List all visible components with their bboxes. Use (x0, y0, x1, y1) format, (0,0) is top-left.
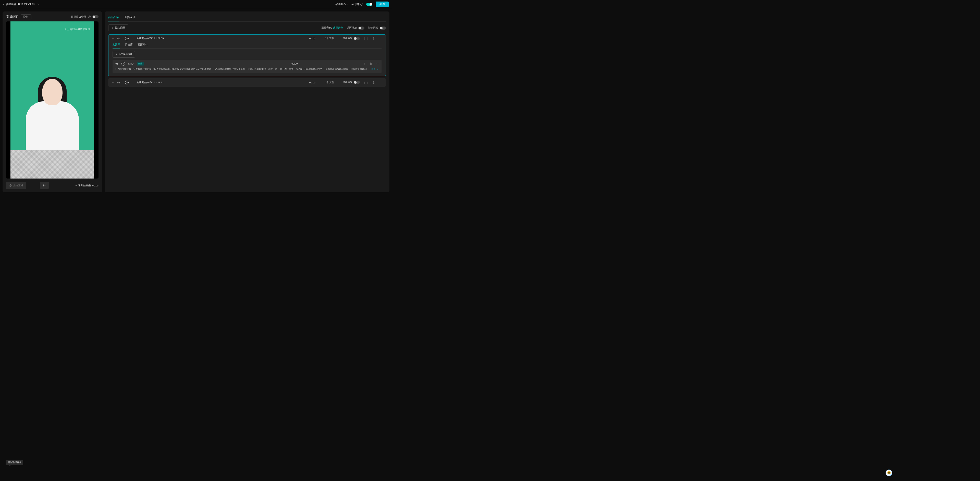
mic-button[interactable]: ▾ (40, 182, 49, 189)
preview-head-right: 直播窗口全屏 ? (71, 15, 98, 19)
header-right: 帮助中心 ↗ AI 水印 ? 保 存 (335, 2, 389, 7)
preview-tablecloth (11, 150, 94, 179)
loop-toggle[interactable] (358, 27, 364, 30)
chevron-down-icon: ▾ (29, 16, 29, 18)
back-icon[interactable]: ‹ (3, 3, 4, 6)
help-circle-icon[interactable]: ? (360, 3, 363, 6)
app-header: ‹ 新建直播 08/11 21:29:08 ✎ 帮助中心 ↗ AI 水印 ? 保… (0, 0, 392, 9)
status-label: 未开始直播 (78, 184, 91, 187)
content-panel: 商品列表 直播互动 ＋ 添加商品 播报音色: 选择音色 循环播放 智能问答 (105, 11, 390, 192)
smart-qa-toggle[interactable] (380, 27, 386, 30)
random-toggle-group: 随机播放 (343, 37, 360, 40)
product-item: ▸ 01 新建商品 08/11 21:27:03 00:00 1个文案 随机播放… (108, 35, 386, 76)
subtab-qa-lib[interactable]: 问答库 (125, 42, 133, 48)
script-card: 01 M3U 商品 00:00 ⋮⋮ 🗑 ⋯ (113, 60, 382, 73)
product-duration: 00:00 (309, 37, 321, 40)
product-item: ▸ 02 新建商品 08/11 21:22:11 00:00 1个文案 随机播放… (108, 78, 386, 86)
play-icon (127, 38, 127, 39)
random-label: 随机播放 (343, 81, 352, 84)
subtab-visual-assets[interactable]: 画面素材 (138, 42, 148, 48)
random-play-toggle[interactable] (354, 81, 360, 84)
preview-head-left: 直播画面 流畅 ▾ (6, 14, 32, 19)
plus-icon: ＋ (115, 52, 118, 56)
product-body: 文案库 问答库 画面素材 ＋ 从文案库添加 01 M3U 商品 00:00 (108, 42, 386, 76)
fullscreen-toggle[interactable] (92, 15, 99, 18)
more-icon[interactable]: ⋯ (379, 81, 382, 84)
watermark-toggle[interactable] (366, 3, 372, 6)
play-button[interactable] (125, 81, 129, 84)
status-dot-icon (76, 185, 77, 186)
random-play-toggle[interactable] (354, 37, 360, 40)
play-icon (123, 63, 124, 65)
tab-live-interaction[interactable]: 直播互动 (124, 14, 135, 21)
play-button[interactable] (125, 37, 129, 40)
watermark-group: AI 水印 ? (352, 3, 363, 6)
preview-title: 直播画面 (6, 15, 18, 19)
preview-footer: 开始直播 ▾ 未开始直播 00:00 (6, 181, 99, 189)
random-toggle-group: 随机播放 (343, 81, 360, 84)
script-duration: 00:00 (291, 62, 298, 65)
edit-title-icon[interactable]: ✎ (37, 3, 39, 6)
chevron-down-icon: ▾ (45, 184, 46, 186)
main-layout: 直播画面 流畅 ▾ 直播窗口全屏 ? 部分内容由AI技术生成 (0, 9, 392, 192)
voice-label: 播报音色: (321, 26, 332, 29)
product-header[interactable]: ▸ 02 新建商品 08/11 21:22:11 00:00 1个文案 随机播放… (108, 79, 386, 86)
preview-head: 直播画面 流畅 ▾ 直播窗口全屏 ? (6, 14, 99, 19)
toolbar-right: 播报音色: 选择音色 循环播放 智能问答 (321, 26, 386, 30)
header-left: ‹ 新建直播 08/11 21:29:08 ✎ (3, 3, 39, 6)
voice-pair: 播报音色: 选择音色 (321, 26, 343, 30)
help-link[interactable]: 帮助中心 ↗ (335, 3, 348, 6)
delete-icon[interactable]: 🗑 (372, 37, 375, 40)
watermark-label: AI 水印 (352, 3, 360, 6)
script-text-row: HiFi随身播放器，只要音质好就足够了吗？对我这样舍不得花钱买安卓备机的iPho… (115, 67, 379, 71)
script-tag: 商品 (137, 62, 144, 65)
drag-handle-icon[interactable]: ⋮⋮ (361, 62, 366, 65)
help-label: 帮助中心 (335, 3, 345, 6)
add-from-script-lib-button[interactable]: ＋ 从文案库添加 (113, 51, 135, 58)
product-name: 新建商品 08/11 21:27:03 (137, 37, 164, 40)
expand-script-link[interactable]: 展开 ⌄ (371, 67, 379, 71)
toolbar: ＋ 添加商品 播报音色: 选择音色 循环播放 智能问答 (108, 24, 386, 31)
fullscreen-label: 直播窗口全屏 (71, 15, 86, 19)
preview-frame: 部分内容由AI技术生成 (6, 21, 99, 179)
save-button[interactable]: 保 存 (375, 2, 389, 7)
subtab-script-lib[interactable]: 文案库 (113, 42, 120, 48)
svg-rect-2 (43, 184, 44, 186)
voice-select[interactable]: 选择音色 (333, 26, 343, 29)
caret-right-icon[interactable]: ▸ (113, 37, 114, 40)
delete-icon[interactable]: 🗑 (372, 81, 375, 84)
add-from-lib-label: 从文案库添加 (119, 53, 132, 56)
help-circle-icon[interactable]: ? (88, 16, 91, 18)
play-button[interactable] (121, 62, 125, 65)
script-index: 01 (115, 62, 118, 65)
tab-product-list[interactable]: 商品列表 (108, 14, 119, 21)
external-link-icon: ↗ (346, 3, 348, 6)
start-label: 开始直播 (13, 184, 23, 187)
start-live-button[interactable]: 开始直播 (6, 182, 26, 189)
plus-icon: ＋ (111, 26, 114, 30)
smart-qa-toggle-group: 智能问答 (368, 26, 386, 30)
play-icon (127, 82, 127, 83)
product-script-count: 1个文案 (325, 81, 339, 84)
more-icon[interactable]: ⋯ (375, 62, 379, 65)
quality-value: 流畅 (23, 15, 27, 18)
preview-canvas: 部分内容由AI技术生成 (11, 21, 94, 179)
drag-handle-icon[interactable]: ⋮⋮ (363, 37, 369, 40)
smart-qa-label: 智能问答 (368, 26, 378, 30)
script-header: 01 M3U 商品 00:00 ⋮⋮ 🗑 ⋯ (115, 62, 379, 65)
add-product-label: 添加商品 (115, 26, 125, 30)
page-title: 新建直播 08/11 21:29:08 (6, 3, 35, 6)
add-product-button[interactable]: ＋ 添加商品 (108, 24, 128, 31)
caret-right-icon[interactable]: ▸ (113, 81, 114, 84)
script-subtabs: 文案库 问答库 画面素材 (113, 42, 382, 49)
virtual-avatar (24, 79, 81, 150)
delete-icon[interactable]: 🗑 (369, 62, 372, 65)
quality-select[interactable]: 流畅 ▾ (21, 14, 32, 19)
product-header[interactable]: ▸ 01 新建商品 08/11 21:27:03 00:00 1个文案 随机播放… (108, 35, 386, 42)
preview-panel: 直播画面 流畅 ▾ 直播窗口全屏 ? 部分内容由AI技术生成 (3, 11, 102, 192)
loop-toggle-group: 循环播放 (347, 26, 364, 30)
product-duration: 00:00 (309, 81, 321, 84)
drag-handle-icon[interactable]: ⋮⋮ (363, 81, 369, 84)
random-label: 随机播放 (343, 37, 352, 40)
more-icon[interactable]: ⋯ (379, 37, 382, 40)
